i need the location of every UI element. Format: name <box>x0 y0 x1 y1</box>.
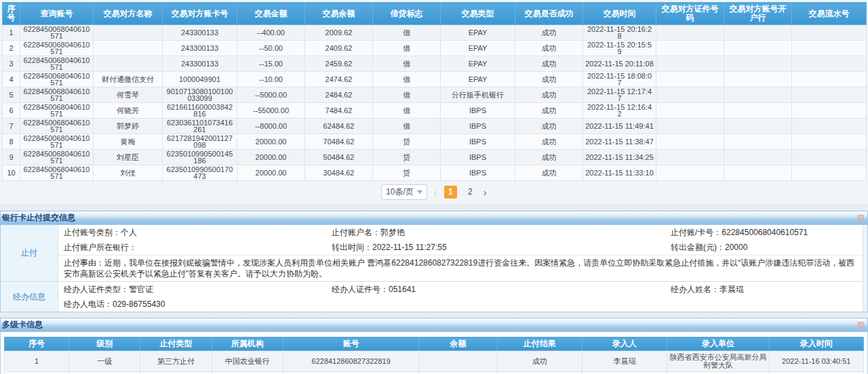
cell-txn-success: 成功 <box>515 119 583 134</box>
collapse-icon[interactable] <box>858 215 864 221</box>
cell-debit-credit-flag: 贷 <box>373 134 441 150</box>
field-label: 止付账号类别： <box>64 228 121 237</box>
cell-balance: 2409.62 <box>305 41 373 56</box>
cell-counterparty-id-number <box>656 41 724 56</box>
cell-query-account: 6228450068040610571 <box>20 134 94 150</box>
field-value: 051641 <box>389 285 416 294</box>
cell-txn-success: 成功 <box>515 134 583 150</box>
field-label: 转出时间： <box>332 243 372 252</box>
field-operator-name: 经办人姓名：李晨琨 <box>671 285 856 294</box>
cell-txn-time: 2022-11-15 11:49:41 <box>583 119 656 134</box>
group-label-jingban: 经办信息 <box>1 282 58 312</box>
cell-debit-credit-flag: 借 <box>373 119 441 134</box>
cell-counterparty-card: 9010713080100100033099 <box>163 87 237 103</box>
field-label: 转出金额(元)： <box>671 243 725 252</box>
page-button-2[interactable]: 2 <box>464 186 477 199</box>
field-label: 止付账户名： <box>332 228 380 237</box>
cell-txn-type: IBPS <box>441 150 515 165</box>
transaction-row: 5 6228450068040610571 何雪琴 90107130801001… <box>3 87 867 103</box>
cell-amount: --400.00 <box>237 25 305 41</box>
col-amount: 交易金额 <box>237 3 305 25</box>
cell-counterparty-id-number <box>656 87 724 103</box>
col-stop-type: 止付类型 <box>140 337 212 351</box>
cell-txn-success: 成功 <box>515 87 583 103</box>
cell-counterparty-name: 何晓芳 <box>94 103 163 119</box>
field-value: 李晨琨 <box>719 285 744 294</box>
field-bank: 止付账户所在银行： <box>64 243 332 252</box>
cell-counterparty-name <box>94 41 163 56</box>
cell-query-account: 6228450068040610571 <box>20 150 94 165</box>
col-result: 止付结果 <box>497 337 582 351</box>
cell-balance: 70484.62 <box>305 134 373 150</box>
field-row: 经办人证件类型：警官证 经办人证件号：051641 经办人姓名：李晨琨 <box>58 282 863 297</box>
cell-txn-type: EPAY <box>441 56 515 72</box>
cell-entry-time: 2022-11-16 03:40:51 <box>769 351 863 372</box>
cell-counterparty-id-number <box>656 150 724 165</box>
cell-balance: 2459.62 <box>305 56 373 72</box>
col-balance: 余额 <box>419 337 497 351</box>
multi-card-header-row: 序号 级别 止付类型 所属机构 账号 余额 止付结果 录入人 录入单位 录入时间 <box>5 337 864 351</box>
cell-org <box>212 372 283 374</box>
field-label: 经办人姓名： <box>671 285 719 294</box>
cell-amount: 20000.00 <box>237 165 305 181</box>
multi-card-table: 序号 级别 止付类型 所属机构 账号 余额 止付结果 录入人 录入单位 录入时间… <box>4 337 864 374</box>
cell-counterparty-bank <box>724 87 792 103</box>
cell-account: 6228412860827322819 <box>283 351 418 372</box>
page-size-select[interactable]: 10条/页 <box>381 184 427 200</box>
cell-amount: --50.00 <box>237 41 305 56</box>
transaction-row: 7 6228450068040610571 郭梦婷 62303611010734… <box>3 119 867 134</box>
cell-counterparty-id-number <box>656 165 724 181</box>
transactions-body: 1 6228450068040610571 243300133 --400.00… <box>3 25 867 181</box>
cell-txn-success: 成功 <box>515 165 583 181</box>
multi-card-row: 1 一级 第三方止付 中国农业银行 6228412860827322819 成功… <box>5 351 864 372</box>
transaction-row: 2 6228450068040610571 243300133 --50.00 … <box>3 41 867 56</box>
cell-counterparty-bank <box>724 72 792 87</box>
transaction-row: 1 6228450068040610571 243300133 --400.00… <box>3 25 867 41</box>
cell-level: 二级 <box>69 372 140 374</box>
cell-txn-time: 2022-11-15 12:16:42 <box>583 103 656 119</box>
cell-balance <box>419 372 497 374</box>
cell-txn-serial <box>792 41 867 56</box>
cell-query-account: 6228450068040610571 <box>20 119 94 134</box>
cell-txn-serial <box>792 150 867 165</box>
collapse-icon[interactable] <box>858 322 864 328</box>
cell-balance <box>419 351 497 372</box>
cell-balance: 2474.62 <box>305 72 373 87</box>
stop-payment-group: 止付 止付账号类别：个人 止付账户名：郭梦艳 止付账/卡号：6228450068… <box>1 225 863 282</box>
stop-payment-info-box: 止付 止付账号类别：个人 止付账户名：郭梦艳 止付账/卡号：6228450068… <box>0 225 868 312</box>
cell-seq: 1 <box>3 25 20 41</box>
scrollbar[interactable] <box>863 225 867 312</box>
cell-stop-type: 第三方止付 <box>140 372 212 374</box>
field-transfer-amount: 转出金额(元)：20000 <box>671 243 856 252</box>
field-transfer-time: 转出时间：2022-11-15 11:27:55 <box>332 243 671 252</box>
cell-txn-success: 成功 <box>515 72 583 87</box>
cell-txn-type: 分行版手机银行 <box>441 87 515 103</box>
cell-counterparty-card: 243300133 <box>163 56 237 72</box>
page-button-1[interactable]: 1 <box>444 186 457 199</box>
col-operator: 录入人 <box>582 337 667 351</box>
cell-query-account: 6228450068040610571 <box>20 87 94 103</box>
prev-page-button[interactable]: ‹ <box>434 186 437 199</box>
cell-query-account: 6228450068040610571 <box>20 41 94 56</box>
transaction-row: 9 6228450068040610571 刘星臣 62350109905001… <box>3 150 867 165</box>
cell-level: 一级 <box>69 351 140 372</box>
field-value: 6228450068040610571 <box>722 228 808 237</box>
cell-counterparty-card: 6217281942001127098 <box>163 134 237 150</box>
cell-txn-type: EPAY <box>441 41 515 56</box>
cell-amount: --15.00 <box>237 56 305 72</box>
cell-counterparty-bank <box>724 150 792 165</box>
cell-seq: 10 <box>3 165 20 181</box>
transaction-row: 8 6228450068040610571 黄梅 621728194200112… <box>3 134 867 150</box>
cell-counterparty-bank <box>724 165 792 181</box>
cell-result: 成功 <box>497 351 582 372</box>
cell-debit-credit-flag: 借 <box>373 41 441 56</box>
multi-card-section-title: 多级卡信息 <box>2 319 43 331</box>
cell-counterparty-card: 243300133 <box>163 41 237 56</box>
cell-debit-credit-flag: 借 <box>373 56 441 72</box>
col-balance: 交易余额 <box>305 3 373 25</box>
next-page-button[interactable]: › <box>484 186 487 199</box>
cell-seq: 2 <box>3 41 20 56</box>
cell-unit: 陕西省西安市公安局高新分局刑警大队 <box>667 351 769 372</box>
multi-card-row: 2 二级 第三方止付 6235010990500170473 成功 李晨琨 20… <box>5 372 864 374</box>
transactions-table: 序号 查询账号 交易对方名称 交易对方账卡号 交易金额 交易余额 借贷标志 交易… <box>2 2 867 181</box>
